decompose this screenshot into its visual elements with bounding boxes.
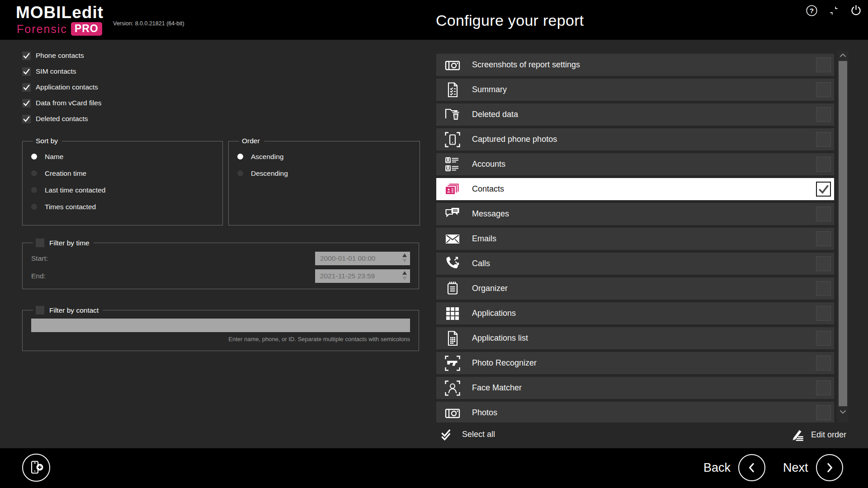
section-row-messages[interactable]: Messages (436, 203, 834, 225)
sort-by-options: Name Creation time Last time contacted T… (31, 151, 214, 212)
section-checkbox-organizer[interactable] (816, 281, 831, 296)
source-checkbox-item-deleted-contacts[interactable]: Deleted contacts (22, 114, 102, 123)
section-label: Summary (472, 85, 507, 94)
time-field-label: End: (31, 272, 46, 280)
radio-option-ascending[interactable]: Ascending (237, 151, 411, 162)
checkbox-application-contacts[interactable] (22, 83, 31, 92)
source-checkbox-item-application-contacts[interactable]: Application contacts (22, 83, 102, 92)
spin-down-icon[interactable] (402, 277, 407, 280)
section-row-screenshots-of-report-settings[interactable]: Screenshots of report settings (436, 54, 834, 76)
spin-up-icon[interactable] (402, 253, 407, 257)
sort-by-legend: Sort by (33, 137, 62, 145)
section-checkbox-photo-recognizer[interactable] (816, 356, 831, 371)
accounts-icon (443, 155, 462, 174)
radio-option-name[interactable]: Name (31, 151, 214, 162)
filter-by-contact-legend: Filter by contact (33, 306, 103, 314)
radio-option-times-contacted[interactable]: Times contacted (31, 202, 214, 212)
source-checkbox-item-data-from-vcard-files[interactable]: Data from vCard files (22, 99, 102, 108)
pencil-icon (790, 427, 806, 443)
datetime-input-start[interactable] (315, 252, 410, 265)
section-row-contacts[interactable]: Contacts (436, 178, 834, 200)
order-legend: Order (239, 137, 264, 145)
scroll-down-icon[interactable] (839, 409, 847, 415)
contact-filter-input[interactable] (31, 319, 410, 332)
help-icon[interactable]: ? (805, 4, 818, 17)
sections-scrollbar[interactable] (837, 51, 849, 422)
back-button[interactable]: Back (703, 454, 765, 482)
section-label: Photo Recognizer (472, 358, 537, 368)
radio-option-last-time-contacted[interactable]: Last time contacted (31, 185, 214, 195)
spinner-arrows[interactable] (402, 253, 407, 263)
checkbox-data-from-vcard-files[interactable] (22, 99, 31, 108)
spinner-arrows[interactable] (402, 271, 407, 280)
logo-mobiledit: MOBILedit (16, 4, 104, 21)
radio-option-descending[interactable]: Descending (237, 168, 411, 178)
header-bar: MOBILedit Forensic PRO Version: 8.0.0.21… (0, 0, 868, 40)
section-row-applications[interactable]: Applications (436, 302, 834, 324)
section-checkbox-contacts[interactable] (816, 182, 831, 197)
datetime-field (315, 252, 410, 265)
filter-by-contact-checkbox[interactable] (36, 306, 44, 314)
radio-label: Descending (251, 169, 288, 178)
applications-list-icon (443, 329, 462, 347)
radio-dot (31, 204, 37, 210)
section-checkbox-face-matcher[interactable] (816, 380, 831, 395)
section-checkbox-accounts[interactable] (816, 157, 831, 172)
section-label: Deleted data (472, 110, 518, 119)
section-row-applications-list[interactable]: Applications list (436, 327, 834, 349)
section-checkbox-messages[interactable] (816, 206, 831, 221)
section-checkbox-emails[interactable] (816, 231, 831, 246)
next-label: Next (783, 461, 808, 475)
section-row-organizer[interactable]: Organizer (436, 277, 834, 300)
section-label: Screenshots of report settings (472, 60, 580, 70)
phone-add-icon (26, 458, 46, 478)
checkbox-deleted-contacts[interactable] (22, 115, 31, 123)
section-checkbox-applications[interactable] (816, 306, 831, 321)
datetime-input-end[interactable] (315, 269, 410, 283)
section-row-summary[interactable]: Summary (436, 79, 834, 101)
section-checkbox-screenshots-of-report-settings[interactable] (816, 57, 831, 72)
edit-order-button[interactable]: Edit order (790, 427, 846, 443)
scroll-up-icon[interactable] (839, 52, 847, 58)
next-button[interactable]: Next (783, 454, 843, 482)
section-row-captured-phone-photos[interactable]: Captured phone photos (436, 128, 834, 150)
radio-label: Ascending (251, 153, 283, 161)
radio-label: Creation time (45, 169, 86, 178)
section-checkbox-calls[interactable] (816, 256, 831, 271)
logo-forensic-pro: Forensic PRO (17, 22, 104, 36)
app-logo: MOBILedit Forensic PRO (16, 4, 104, 36)
section-checkbox-photos[interactable] (816, 405, 831, 420)
section-row-emails[interactable]: Emails (436, 228, 834, 250)
section-row-accounts[interactable]: Accounts (436, 153, 834, 175)
radio-option-creation-time[interactable]: Creation time (31, 168, 214, 178)
checkbox-phone-contacts[interactable] (22, 52, 31, 60)
section-row-photo-recognizer[interactable]: Photo Recognizer (436, 352, 834, 374)
spin-up-icon[interactable] (402, 271, 407, 275)
scrollbar-thumb[interactable] (839, 61, 847, 406)
section-row-calls[interactable]: Calls (436, 253, 834, 275)
source-checkbox-item-sim-contacts[interactable]: SIM contacts (22, 67, 102, 76)
section-row-photos[interactable]: Photos (436, 402, 834, 422)
filter-by-time-checkbox[interactable] (36, 239, 44, 247)
section-label: Applications (472, 309, 516, 318)
add-phone-button[interactable] (22, 454, 50, 482)
select-all-label: Select all (462, 430, 495, 439)
section-row-face-matcher[interactable]: Face Matcher (436, 377, 834, 399)
section-row-deleted-data[interactable]: Deleted data (436, 103, 834, 126)
source-checkbox-item-phone-contacts[interactable]: Phone contacts (22, 51, 102, 60)
radio-label: Times contacted (45, 203, 96, 211)
radio-dot (31, 170, 37, 176)
checkbox-label: Deleted contacts (36, 115, 88, 123)
checkbox-sim-contacts[interactable] (22, 67, 31, 76)
section-checkbox-captured-phone-photos[interactable] (816, 132, 831, 147)
section-checkbox-summary[interactable] (816, 82, 831, 97)
filter-by-time-group: Filter by time Start: End: (22, 239, 419, 289)
window-controls: ? (805, 2, 863, 19)
section-checkbox-applications-list[interactable] (816, 331, 831, 346)
section-checkbox-deleted-data[interactable] (816, 107, 831, 122)
power-icon[interactable] (849, 4, 863, 17)
collapse-icon[interactable] (828, 5, 840, 16)
select-all-button[interactable]: Select all (439, 426, 495, 443)
filter-by-contact-group: Filter by contact Enter name, phone, or … (22, 306, 419, 351)
spin-down-icon[interactable] (402, 259, 407, 263)
